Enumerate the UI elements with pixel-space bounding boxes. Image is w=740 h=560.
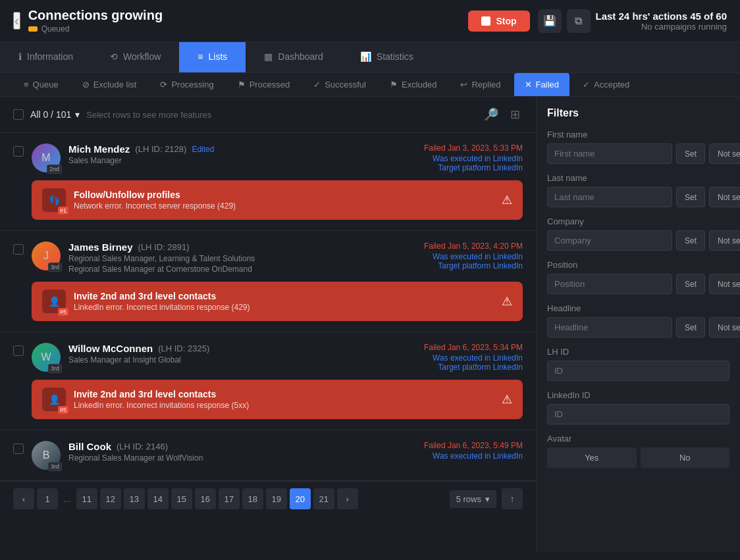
filter-label-last-name: Last name — [547, 173, 729, 183]
company-not-set-button[interactable]: Not set — [709, 230, 740, 251]
first-name-input[interactable] — [547, 143, 672, 164]
first-name-not-set-button[interactable]: Not set — [709, 143, 740, 164]
up-arrow-icon: ↑ — [510, 494, 515, 504]
tab-workflow[interactable]: ⟲ Workflow — [92, 42, 179, 72]
grid-icon[interactable]: ⊞ — [508, 105, 523, 124]
subtab-queue[interactable]: ≡ Queue — [13, 73, 69, 96]
page-13-button[interactable]: 13 — [124, 488, 145, 509]
page-1-button[interactable]: 1 — [37, 488, 58, 509]
filter-group-position: Position Set Not set — [547, 260, 729, 294]
avatar-wrap-mich: M 2nd — [32, 143, 61, 172]
subtab-excluded[interactable]: ⚑ Excluded — [379, 73, 447, 96]
page-19-button[interactable]: 19 — [266, 488, 287, 509]
lh-id-input[interactable] — [547, 361, 729, 381]
position-set-button[interactable]: Set — [676, 274, 705, 294]
contact-checkbox-james[interactable] — [13, 244, 24, 255]
contact-title-bill: Regional Sales Manager at WolfVision — [68, 453, 416, 463]
action-icon-james: 👤 #5 — [42, 290, 66, 313]
info-icon: ℹ — [18, 51, 22, 62]
avatar-yes-button[interactable]: Yes — [547, 447, 637, 468]
page-21-button[interactable]: 21 — [313, 488, 334, 509]
target-willow: Target platform LinkedIn — [424, 363, 523, 372]
page-11-button[interactable]: 11 — [76, 488, 97, 509]
contact-checkbox-bill[interactable] — [13, 444, 24, 454]
subtab-failed[interactable]: ✕ Failed — [514, 73, 569, 96]
prev-page-button[interactable]: ‹ — [13, 488, 34, 509]
company-set-button[interactable]: Set — [676, 230, 705, 251]
position-input[interactable] — [547, 274, 672, 294]
target-platform-james: LinkedIn — [493, 261, 523, 270]
pagination: ‹ 1 ... 11 12 13 14 15 16 17 18 19 20 21… — [0, 481, 536, 516]
badge-james: 3rd — [48, 263, 62, 272]
subtab-processed[interactable]: ⚑ Processed — [227, 73, 300, 96]
page-16-button[interactable]: 16 — [195, 488, 216, 509]
contact-name-bill: Bill Cook — [68, 441, 111, 452]
rows-chevron-icon: ▾ — [485, 494, 490, 504]
next-page-button[interactable]: › — [337, 488, 358, 509]
contact-subtitle2-james: Regional Sales Manager at Cornerstone On… — [68, 265, 416, 274]
lists-icon: ≡ — [198, 51, 203, 62]
sub-tabs: ≡ Queue ⊘ Exclude list ⟳ Processing ⚑ Pr… — [0, 73, 740, 97]
headline-not-set-button[interactable]: Not set — [709, 317, 740, 338]
linkedin-id-input[interactable] — [547, 404, 729, 424]
action-emoji-willow: 👤 — [49, 394, 60, 405]
company-input[interactable] — [547, 230, 672, 251]
filter-label-lh-id: LH ID — [547, 347, 729, 357]
tab-information[interactable]: ℹ Information — [0, 42, 92, 72]
action-title-james: Invite 2nd and 3rd level contacts — [74, 291, 494, 301]
action-subtitle-willow: LinkedIn error. Incorrect invitations re… — [74, 401, 494, 410]
first-name-set-button[interactable]: Set — [676, 143, 705, 164]
subtab-accepted[interactable]: ✓ Accepted — [572, 73, 640, 96]
tab-statistics[interactable]: 📊 Statistics — [342, 42, 432, 72]
subtab-successful[interactable]: ✓ Successful — [303, 73, 377, 96]
page-15-button[interactable]: 15 — [171, 488, 192, 509]
executed-platform-willow: LinkedIn — [493, 353, 523, 363]
contact-status-mich: Failed Jan 3, 2023, 5:33 PM Was executed… — [424, 143, 523, 172]
failed-date-willow: Failed Jan 6, 2023, 5:34 PM — [424, 343, 523, 352]
executed-willow: Was executed in LinkedIn — [424, 353, 523, 363]
headline-set-button[interactable]: Set — [676, 317, 705, 338]
page-12-button[interactable]: 12 — [100, 488, 121, 509]
filter-icon[interactable]: 🔎 — [481, 105, 501, 124]
rows-up-button[interactable]: ↑ — [502, 488, 523, 509]
contact-checkbox-willow[interactable] — [13, 345, 24, 356]
select-dropdown[interactable]: All 0 / 101 ▾ — [30, 109, 80, 120]
action-text-willow: Invite 2nd and 3rd level contacts Linked… — [74, 389, 494, 410]
page-17-button[interactable]: 17 — [219, 488, 240, 509]
subtab-processing[interactable]: ⟳ Processing — [149, 73, 224, 96]
contact-info-willow: Willow McConnen (LH ID: 2325) Sales Mana… — [68, 343, 416, 365]
subtab-exclude[interactable]: ⊘ Exclude list — [72, 73, 147, 96]
target-mich: Target platform LinkedIn — [424, 163, 523, 172]
rows-count: 5 rows — [456, 494, 481, 504]
last-name-set-button[interactable]: Set — [676, 187, 705, 207]
contact-title-willow: Sales Manager at Insight Global — [68, 355, 416, 365]
position-not-set-button[interactable]: Not set — [709, 274, 740, 294]
page-14-button[interactable]: 14 — [147, 488, 169, 509]
warning-icon-willow: ⚠ — [502, 392, 512, 407]
last-name-input[interactable] — [547, 187, 672, 207]
tab-lists[interactable]: ≡ Lists — [179, 42, 246, 72]
avatar-no-button[interactable]: No — [641, 447, 730, 468]
nav-tabs: ℹ Information ⟲ Workflow ≡ Lists ▦ Dashb… — [0, 42, 740, 73]
filter-group-first-name: First name Set Not set — [547, 130, 729, 164]
last-name-not-set-button[interactable]: Not set — [709, 187, 740, 207]
headline-input[interactable] — [547, 317, 672, 338]
tab-dashboard[interactable]: ▦ Dashboard — [246, 42, 342, 72]
copy-icon-button[interactable]: ⧉ — [567, 9, 591, 33]
contact-checkbox-mich[interactable] — [13, 146, 24, 157]
accepted-icon: ✓ — [583, 80, 590, 89]
actions-count: Last 24 hrs' actions 45 of 60 — [596, 11, 727, 22]
stop-button[interactable]: Stop — [468, 11, 529, 32]
filter-label-first-name: First name — [547, 130, 729, 140]
queue-icon: ≡ — [24, 80, 29, 89]
page-20-button[interactable]: 20 — [290, 488, 311, 509]
back-button[interactable]: ‹ — [13, 12, 20, 30]
rows-dropdown[interactable]: 5 rows ▾ — [450, 490, 496, 508]
statistics-icon: 📊 — [360, 51, 371, 62]
save-icon-button[interactable]: 💾 — [538, 9, 562, 33]
contact-lhid-james: (LH ID: 2891) — [138, 242, 190, 252]
page-18-button[interactable]: 18 — [242, 488, 263, 509]
subtab-replied[interactable]: ↩ Replied — [450, 73, 511, 96]
select-all-checkbox[interactable] — [13, 109, 24, 120]
contact-title-james: Regional Sales Manager, Learning & Talen… — [68, 254, 416, 263]
